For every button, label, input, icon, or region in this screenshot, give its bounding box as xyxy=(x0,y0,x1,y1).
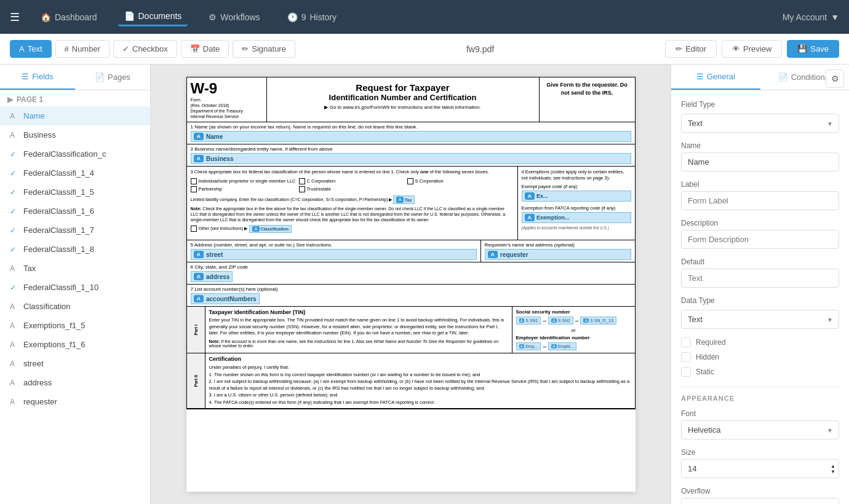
font-select[interactable]: Helvetica Arial Times New Roman xyxy=(681,420,839,439)
data-type-select-wrapper: Text Number Date ▼ xyxy=(681,310,839,329)
label-input[interactable] xyxy=(681,191,839,210)
form-info: Form(Rev. October 2018)Department of the… xyxy=(191,97,263,119)
hamburger-icon[interactable]: ☰ xyxy=(10,10,20,24)
sidebar-item-address[interactable]: A address xyxy=(0,373,150,392)
editor-button[interactable]: ✏ Editor xyxy=(665,40,717,58)
text-field-icon: A xyxy=(10,264,18,273)
toolbar-right: ✏ Editor 👁 Preview 💾 Save xyxy=(665,40,839,58)
nav-left: ☰ 🏠 Dashboard 📄 Documents ⚙ Workflows 🕐 … xyxy=(10,7,343,26)
exemptions-label: 4 Exemptions (codes apply only to certai… xyxy=(522,169,631,181)
checkbox-ccorp[interactable]: C Corporation xyxy=(299,178,405,184)
tab-pages[interactable]: 📄 Pages xyxy=(75,65,150,90)
sidebar-item-requester[interactable]: A requester xyxy=(0,392,150,411)
checkbox-individual[interactable]: Individual/sole proprietor or single-mem… xyxy=(191,178,297,184)
nav-dashboard[interactable]: 🏠 Dashboard xyxy=(34,9,103,26)
exempt-payee-label: Exempt payee code (if any) xyxy=(522,184,631,189)
field-type-group: Field Type Text Number Checkbox Date Sig… xyxy=(681,100,839,133)
field-label-name: Name xyxy=(206,133,223,140)
static-checkbox[interactable] xyxy=(681,367,691,377)
sidebar-item-fedclass-c[interactable]: ✓ FederalClassification_c xyxy=(0,144,150,163)
checkbox-trust[interactable]: Trust/estate xyxy=(299,186,405,192)
checkbox-partnership[interactable]: Partnership xyxy=(191,186,297,192)
form-url: ▶ Go to www.irs.gov/FormW9 for instructi… xyxy=(272,104,534,110)
nav-history-label: History xyxy=(309,12,337,22)
required-checkbox[interactable] xyxy=(681,337,691,347)
toolbar: A Text # Number ✓ Checkbox 📅 Date ✏ Sign… xyxy=(0,34,849,65)
general-tab-label: General xyxy=(707,72,735,81)
sidebar-item-business[interactable]: A Business xyxy=(0,125,150,144)
text-field-icon: A xyxy=(10,302,18,311)
appearance-divider: APPEARANCE xyxy=(681,387,839,402)
preview-button[interactable]: 👁 Preview xyxy=(722,40,782,58)
sidebar-item-fedclass-15[interactable]: ✓ FederalClassifi_1_5 xyxy=(0,183,150,202)
sidebar-item-fedclass-16[interactable]: ✓ FederalClassifi_1_6 xyxy=(0,202,150,221)
text-field-icon: A xyxy=(10,321,18,330)
nav-history-badge: 9 xyxy=(301,12,306,22)
street-label: street xyxy=(206,251,223,258)
item-label: FederalClassifi_1_10 xyxy=(23,283,98,292)
hidden-checkbox[interactable] xyxy=(681,352,691,362)
editor-icon: ✏ xyxy=(676,44,682,53)
sidebar-item-fedclass-110[interactable]: ✓ FederalClassifi_1_10 xyxy=(0,278,150,297)
sidebar-item-name[interactable]: A Name xyxy=(0,106,150,125)
sidebar-item-tax[interactable]: A Tax xyxy=(0,259,150,278)
default-input[interactable] xyxy=(681,269,839,288)
description-input[interactable] xyxy=(681,230,839,249)
nav-workflows[interactable]: ⚙ Workflows xyxy=(202,9,266,26)
sidebar-item-fedclass-18[interactable]: ✓ FederalClassifi_1_8 xyxy=(0,240,150,259)
item-label: FederalClassifi_1_5 xyxy=(23,187,94,197)
overflow-select[interactable]: Flow Shrink Truncate xyxy=(681,498,839,504)
name-label: Name xyxy=(681,141,839,150)
sidebar-item-street[interactable]: A street xyxy=(0,354,150,373)
fatca-label: Exemption from FATCA reporting code (if … xyxy=(522,205,631,211)
size-up-icon[interactable]: ▲ xyxy=(831,463,835,468)
sidebar-item-fedclass-14[interactable]: ✓ FederalClassifi_1_4 xyxy=(0,163,150,183)
item-label: street xyxy=(23,359,44,368)
pages-tab-label: Pages xyxy=(108,73,130,82)
editor-label: Editor xyxy=(685,44,706,53)
nav-documents[interactable]: 📄 Documents xyxy=(118,7,188,26)
account-menu[interactable]: My Account ▼ xyxy=(783,12,839,22)
field-type-select[interactable]: Text Number Checkbox Date Signature xyxy=(681,114,839,133)
size-down-icon[interactable]: ▼ xyxy=(831,469,835,474)
signature-button[interactable]: ✏ Signature xyxy=(233,40,295,58)
text-button[interactable]: A Text xyxy=(10,40,52,58)
line7-label: 7 List account number(s) here (optional) xyxy=(191,286,631,292)
item-label: FederalClassifi_1_8 xyxy=(23,245,94,254)
conditional-tab-icon: 📄 xyxy=(778,73,788,82)
save-button[interactable]: 💾 Save xyxy=(787,40,839,58)
chevron-right-icon: ▶ xyxy=(7,95,13,104)
sidebar-section-page1[interactable]: ▶ Page 1 xyxy=(0,90,150,106)
top-navigation: ☰ 🏠 Dashboard 📄 Documents ⚙ Workflows 🕐 … xyxy=(0,0,849,34)
ein1-label: Emp... xyxy=(525,344,538,348)
default-label: Default xyxy=(681,258,839,266)
documents-icon: 📄 xyxy=(124,11,135,21)
exemp5-tag: A xyxy=(525,192,535,200)
tab-fields[interactable]: ☰ Fields xyxy=(0,65,75,90)
other-text: Other (see instructions) ▶ A Classificat… xyxy=(191,225,514,233)
checkbox-scorp[interactable]: S Corporation xyxy=(407,178,514,184)
label-label: Label xyxy=(681,180,839,189)
sidebar-item-exemptions6[interactable]: A Exemptions_f1_6 xyxy=(0,335,150,354)
settings-button[interactable]: ⚙ xyxy=(826,69,844,88)
size-group: Size ▲ ▼ xyxy=(681,448,839,478)
date-button[interactable]: 📅 Date xyxy=(181,40,229,58)
date-label: Date xyxy=(203,44,220,53)
checkbox-button[interactable]: ✓ Checkbox xyxy=(113,40,177,58)
size-input[interactable] xyxy=(681,459,839,478)
account-tag: A xyxy=(194,295,204,302)
number-button[interactable]: # Number xyxy=(55,40,110,58)
name-input[interactable] xyxy=(681,152,839,171)
sidebar-item-exemptions5[interactable]: A Exemptions_f1_5 xyxy=(0,316,150,335)
sidebar-item-classification[interactable]: A Classification xyxy=(0,297,150,316)
ssn1-label: S SN1 xyxy=(525,318,538,323)
save-icon: 💾 xyxy=(797,44,807,53)
ssn-label: Social security number xyxy=(516,309,631,315)
sidebar-item-fedclass-17[interactable]: ✓ FederalClassifi_1_7 xyxy=(0,221,150,240)
data-type-select[interactable]: Text Number Date xyxy=(681,310,839,329)
static-label: Static xyxy=(696,368,714,376)
nav-history[interactable]: 🕐 9 History xyxy=(281,9,343,26)
hidden-label: Hidden xyxy=(696,353,719,361)
llc-text: Limited liability company. Enter the tax… xyxy=(191,195,514,204)
tab-general[interactable]: ☰ General xyxy=(671,65,760,90)
